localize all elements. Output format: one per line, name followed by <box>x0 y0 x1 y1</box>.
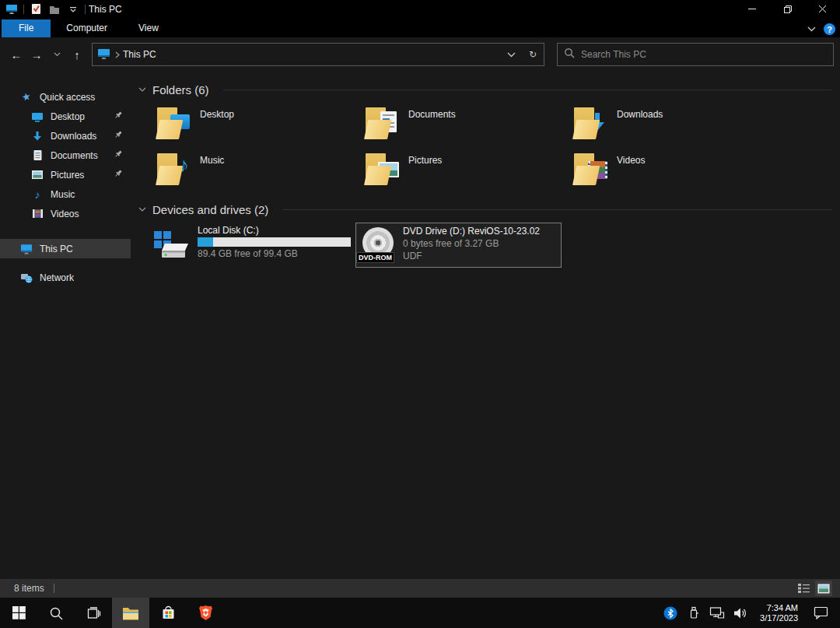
large-icons-view-icon[interactable] <box>815 581 832 596</box>
start-button[interactable] <box>0 598 37 628</box>
toolbar-dropdown-icon[interactable] <box>66 2 80 16</box>
back-button[interactable]: ← <box>6 44 26 65</box>
brave-browser-button[interactable] <box>187 598 224 628</box>
quick-access-toolbar <box>0 2 86 16</box>
network-icon <box>20 272 33 284</box>
folders-group-header: Folders (6) <box>138 81 840 98</box>
folder-name: Music <box>200 155 224 166</box>
downloads-folder-icon <box>572 104 607 141</box>
ribbon-tabs: File Computer View ? <box>0 18 840 37</box>
folder-tile-downloads[interactable]: Downloads <box>569 103 777 149</box>
drive-free-space: 0 bytes free of 3.27 GB <box>403 238 540 249</box>
tab-file[interactable]: File <box>2 19 51 37</box>
sidebar-item-music[interactable]: ♪ Music <box>0 184 131 204</box>
search-box[interactable] <box>557 43 834 66</box>
documents-folder-icon <box>363 104 399 141</box>
refresh-icon[interactable]: ↻ <box>522 44 544 65</box>
breadcrumb-location[interactable]: This PC <box>123 49 156 60</box>
dvd-drive-tile[interactable]: DVD-ROM DVD Drive (D:) ReviOS-10-23.02 0… <box>355 223 562 268</box>
sidebar-item-documents[interactable]: Documents <box>0 146 131 165</box>
bluetooth-icon[interactable] <box>660 598 681 628</box>
taskbar-search-button[interactable] <box>37 598 75 628</box>
desktop-folder-icon <box>155 104 191 141</box>
recent-locations-icon[interactable] <box>47 44 67 65</box>
folder-name: Documents <box>408 109 456 120</box>
search-input[interactable] <box>581 49 827 60</box>
forward-button[interactable]: → <box>26 44 47 65</box>
downloads-icon <box>31 130 44 142</box>
tab-view[interactable]: View <box>123 19 174 37</box>
address-bar[interactable]: This PC ↻ <box>92 43 544 66</box>
sidebar-item-label: Pictures <box>51 170 84 181</box>
folder-tile-desktop[interactable]: Desktop <box>152 103 360 149</box>
new-folder-icon[interactable] <box>47 2 61 16</box>
sidebar-item-pictures[interactable]: Pictures <box>0 165 131 184</box>
help-button[interactable]: ? <box>824 23 835 35</box>
sidebar-item-quick-access[interactable]: ★ Quick access <box>0 87 131 107</box>
group-title[interactable]: Devices and drives (2) <box>152 203 268 216</box>
location-icon <box>97 48 110 61</box>
usb-icon[interactable] <box>684 598 704 628</box>
videos-folder-icon <box>572 150 607 187</box>
drive-filesystem: UDF <box>403 251 540 261</box>
sidebar-item-label: Documents <box>51 150 98 161</box>
taskbar-clock[interactable]: 7:34 AM 3/17/2023 <box>754 603 804 623</box>
divider <box>23 5 24 14</box>
folder-tile-pictures[interactable]: Pictures <box>360 149 569 195</box>
clock-date: 3/17/2023 <box>760 613 798 623</box>
sidebar-item-label: This PC <box>40 244 73 254</box>
minimize-button[interactable] <box>735 0 770 18</box>
taskbar: 7:34 AM 3/17/2023 <box>0 598 840 628</box>
drive-free-space: 89.4 GB free of 99.4 GB <box>198 248 349 259</box>
address-dropdown-icon[interactable] <box>500 44 522 65</box>
group-title[interactable]: Folders (6) <box>152 83 209 96</box>
breadcrumb-chevron-icon[interactable] <box>115 51 120 58</box>
task-view-button[interactable] <box>75 598 112 628</box>
collapse-group-icon[interactable] <box>138 207 146 212</box>
folder-tile-music[interactable]: ♪ Music <box>152 149 360 195</box>
store-button[interactable] <box>149 598 187 628</box>
desktop-icon <box>31 111 44 123</box>
local-disk-tile[interactable]: Local Disk (C:) 89.4 GB free of 99.4 GB <box>148 223 354 268</box>
collapse-group-icon[interactable] <box>138 87 146 92</box>
sidebar-item-this-pc[interactable]: This PC <box>0 239 131 258</box>
network-tray-icon[interactable] <box>707 598 727 628</box>
sidebar-item-desktop[interactable]: Desktop <box>0 107 131 126</box>
titlebar: This PC <box>0 0 840 18</box>
tab-computer[interactable]: Computer <box>51 19 123 37</box>
sidebar-item-network[interactable]: Network <box>0 268 131 287</box>
hard-drive-icon <box>152 225 191 264</box>
folder-tile-documents[interactable]: Documents <box>360 103 569 149</box>
dvd-disc-icon: DVD-ROM <box>361 226 397 265</box>
pin-icon <box>114 111 123 122</box>
system-tray: 7:34 AM 3/17/2023 <box>660 598 840 628</box>
sidebar-item-label: Quick access <box>40 92 95 103</box>
expand-ribbon-icon[interactable] <box>807 26 816 32</box>
file-explorer-taskbar-button[interactable] <box>112 598 149 628</box>
action-center-icon[interactable] <box>807 598 834 628</box>
volume-icon[interactable] <box>730 598 751 628</box>
divider <box>85 5 86 14</box>
folder-tile-videos[interactable]: Videos <box>569 149 777 195</box>
quick-access-star-icon: ★ <box>20 91 33 103</box>
sidebar-item-videos[interactable]: Videos <box>0 204 131 223</box>
sidebar-item-label: Videos <box>51 209 79 219</box>
videos-icon <box>31 208 44 220</box>
sidebar-item-downloads[interactable]: Downloads <box>0 126 131 146</box>
drive-name: Local Disk (C:) <box>198 225 349 236</box>
pin-icon <box>114 130 123 142</box>
restore-button[interactable] <box>770 0 805 18</box>
search-icon <box>564 47 575 61</box>
properties-check-icon[interactable] <box>29 2 43 16</box>
sidebar-item-label: Desktop <box>51 111 85 122</box>
up-button[interactable]: ↑ <box>67 44 87 65</box>
capacity-bar-fill <box>198 237 213 247</box>
pin-icon <box>114 149 123 161</box>
details-view-icon[interactable] <box>795 581 812 596</box>
clock-time: 7:34 AM <box>760 603 798 613</box>
sidebar-item-label: Network <box>40 272 74 283</box>
status-bar: 8 items <box>0 579 840 598</box>
window-title: This PC <box>89 4 122 15</box>
folder-name: Desktop <box>200 109 234 120</box>
close-button[interactable] <box>805 0 840 18</box>
